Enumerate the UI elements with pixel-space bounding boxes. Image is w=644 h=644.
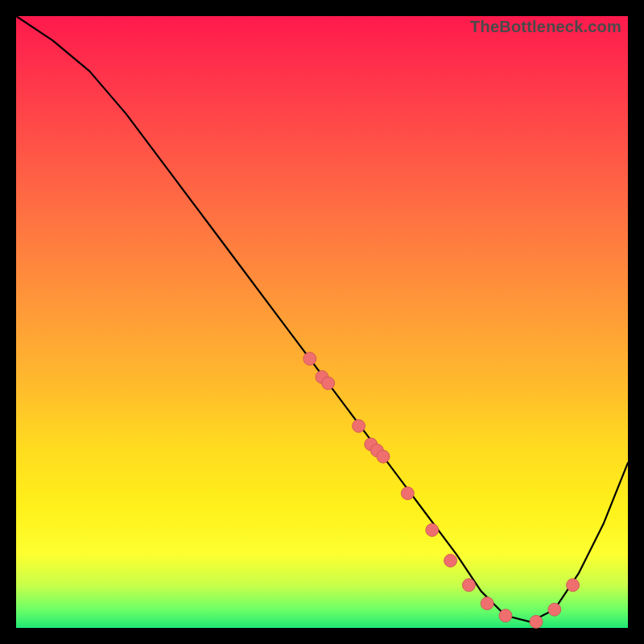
data-marker [444, 554, 457, 567]
data-marker [530, 615, 543, 628]
data-marker [401, 487, 414, 500]
data-marker [548, 603, 561, 616]
marker-group [303, 353, 580, 629]
plot-area: TheBottleneck.com [16, 16, 628, 628]
data-marker [426, 523, 439, 536]
data-marker [353, 419, 365, 432]
data-marker [481, 597, 493, 610]
data-marker [377, 450, 390, 463]
data-marker [499, 609, 512, 622]
data-marker [322, 377, 335, 390]
bottleneck-curve [16, 16, 628, 621]
chart-svg [16, 16, 628, 628]
data-marker [567, 579, 580, 592]
data-marker [462, 579, 475, 592]
chart-frame: TheBottleneck.com [0, 0, 644, 644]
data-marker [303, 353, 316, 365]
